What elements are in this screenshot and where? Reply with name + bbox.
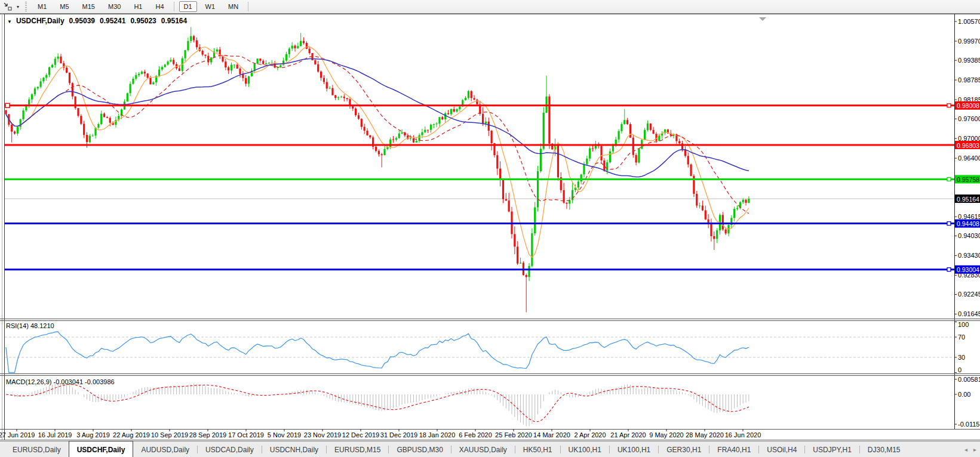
y-tick-label: 0.94615	[958, 213, 980, 220]
x-tick-label: 28 May 2020	[686, 431, 724, 439]
toolbar-grip	[24, 2, 27, 11]
x-tick-label: 28 Sep 2019	[189, 431, 226, 439]
toolbar-separator	[174, 2, 174, 11]
x-tick-label: 27 Jun 2019	[0, 431, 35, 439]
x-tick-label: 17 Oct 2019	[228, 431, 264, 439]
timeframe-button-d1[interactable]: D1	[179, 1, 197, 12]
price-badge-0.93004: 0.93004	[957, 266, 979, 273]
x-tick-label: 5 Nov 2019	[268, 431, 301, 439]
macd-tick-label: 0.00	[958, 391, 970, 398]
x-tick-label: 22 Aug 2019	[113, 431, 150, 439]
x-tick-label: 6 Feb 2020	[459, 431, 492, 439]
timeframe-button-w1[interactable]: W1	[201, 1, 220, 12]
price-badge-0.96803: 0.96803	[957, 142, 979, 149]
y-tick-label: 0.94030	[958, 232, 980, 239]
rsi-indicator-label: RSI(14) 48.1210	[6, 322, 54, 329]
rsi-tick-label: 30	[958, 354, 965, 361]
x-tick-label: 16 Jul 2019	[38, 431, 72, 439]
x-tick-label: 25 Feb 2020	[495, 431, 532, 439]
ohlc-high: 0.95241	[100, 17, 125, 25]
y-tick-label: 0.99385	[958, 57, 980, 64]
chart-canvas[interactable]: 1.005700.999700.993850.987850.981850.976…	[0, 14, 980, 441]
tab-usdcad-daily[interactable]: USDCAD,Daily	[198, 441, 262, 457]
x-tick-label: 31 Dec 2019	[380, 431, 417, 439]
y-tick-label: 0.97600	[958, 115, 980, 122]
macd-tick-label: 0.005818	[958, 376, 980, 383]
timeframe-button-m30[interactable]: M30	[103, 1, 125, 12]
tab-hk50-h1[interactable]: HK50,H1	[515, 441, 560, 457]
hline-handle-right[interactable]	[947, 104, 951, 107]
timeframe-button-h1[interactable]: H1	[129, 1, 147, 12]
rsi-tick-label: 70	[958, 334, 965, 341]
hline-handle-right[interactable]	[947, 222, 951, 226]
symbol-name: USDCHF,Daily	[16, 17, 64, 25]
x-tick-label: 2 Apr 2020	[574, 431, 606, 439]
chart-ohlc-title: ▼USDCHF,Daily0.950390.952410.950230.9516…	[7, 17, 187, 25]
tab-scroll-right-icon[interactable]: ▸	[973, 446, 976, 453]
macd-indicator-label: MACD(12,26,9) -0.003041 -0.003986	[6, 378, 115, 385]
timeframe-toolbar: ▼ M1M5M15M30H1H4D1W1MN	[0, 0, 980, 14]
price-badge-0.98008: 0.98008	[957, 102, 979, 109]
tab-fra40-h1[interactable]: FRA40,H1	[709, 441, 758, 457]
tab-uk100-h1-2[interactable]: UK100,H1	[610, 441, 658, 457]
y-tick-label: 0.93430	[958, 252, 980, 259]
price-badge-0.94408: 0.94408	[957, 220, 979, 227]
x-tick-label: 14 Mar 2020	[533, 431, 570, 439]
ohlc-close: 0.95164	[161, 17, 187, 25]
y-tick-label: 0.92245	[958, 291, 980, 298]
ohlc-low: 0.95023	[130, 17, 156, 25]
timeframe-button-mn[interactable]: MN	[223, 1, 243, 12]
tab-eurusd-m15[interactable]: EURUSD,M15	[327, 441, 388, 457]
tab-audusd-daily[interactable]: AUDUSD,Daily	[133, 441, 197, 457]
hline-handle-right[interactable]	[947, 268, 951, 271]
tab-usdjpy-h1[interactable]: USDJPY,H1	[805, 441, 859, 457]
x-tick-label: 3 Aug 2019	[76, 431, 110, 439]
symbol-dropdown-icon[interactable]: ▼	[7, 19, 12, 24]
y-tick-label: 0.91645	[958, 310, 980, 317]
y-tick-label: 0.99970	[958, 38, 980, 45]
tab-gbpusd-m30[interactable]: GBPUSD,M30	[389, 441, 450, 457]
price-badge-0.95758: 0.95758	[957, 176, 979, 183]
timeframe-button-h4[interactable]: H4	[150, 1, 168, 12]
x-tick-label: 23 Nov 2019	[304, 431, 341, 439]
tab-ger30-h1[interactable]: GER30,H1	[659, 441, 709, 457]
rsi-tick-label: 100	[958, 321, 969, 328]
x-tick-label: 12 Dec 2019	[342, 431, 379, 439]
tab-eurusd-daily[interactable]: EURUSD,Daily	[5, 441, 69, 457]
tab-usdchf-daily[interactable]: USDCHF,Daily	[69, 441, 134, 457]
y-tick-label: 1.00570	[958, 18, 980, 25]
tab-usdcnh-daily[interactable]: USDCNH,Daily	[262, 441, 326, 457]
chart-scroll-dropdown-icon[interactable]: ▼	[14, 5, 22, 9]
timeframe-button-m5[interactable]: M5	[55, 1, 73, 12]
chart-window[interactable]: 1.005700.999700.993850.987850.981850.976…	[0, 14, 980, 441]
chart-scroll-icon[interactable]	[2, 1, 14, 12]
x-tick-label: 21 Apr 2020	[610, 431, 646, 439]
x-tick-label: 10 Sep 2019	[151, 431, 188, 439]
hline-handle-left[interactable]	[5, 103, 10, 107]
tab-scroll-left-icon[interactable]: ◂	[964, 446, 967, 453]
symbol-tabbar: EURUSD,DailyUSDCHF,DailyAUDUSD,DailyUSDC…	[0, 441, 980, 457]
timeframe-button-m15[interactable]: M15	[78, 1, 100, 12]
tab-dj30-m15[interactable]: DJ30,M15	[860, 441, 908, 457]
timeframe-button-m1[interactable]: M1	[33, 1, 51, 12]
tab-uk100-h1[interactable]: UK100,H1	[561, 441, 609, 457]
toolbar-separator	[248, 2, 248, 11]
rsi-tick-label: 0	[958, 366, 961, 373]
x-tick-label: 16 Jun 2020	[725, 431, 761, 439]
x-tick-label: 9 May 2020	[649, 431, 683, 439]
tab-xauusd-daily[interactable]: XAUUSD,Daily	[451, 441, 515, 457]
ohlc-open: 0.95039	[69, 17, 95, 25]
tab-usoil-h4[interactable]: USOil,H4	[759, 441, 804, 457]
hline-handle-right[interactable]	[947, 177, 951, 181]
y-tick-label: 0.96400	[958, 155, 980, 162]
x-tick-label: 18 Jan 2020	[419, 431, 456, 439]
price-badge-0.95164: 0.95164	[957, 196, 979, 203]
macd-tick-label: -0.011514	[958, 421, 980, 428]
y-tick-label: 0.98785	[958, 76, 980, 84]
